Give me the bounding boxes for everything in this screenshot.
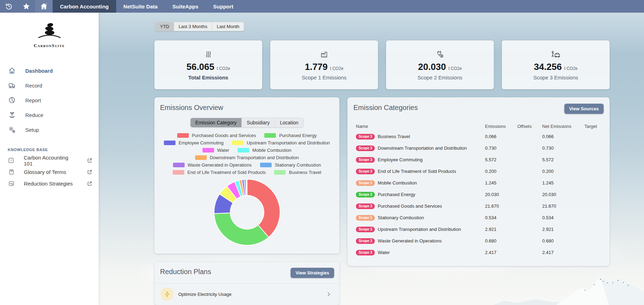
category-name-cell: Scope 3Purchased Goods and Services — [356, 203, 485, 209]
net-emissions-value: 5.572 — [542, 157, 584, 162]
legend-item-stationary-combustion[interactable]: Stationary Combustion — [260, 162, 321, 168]
brand-name: CarbonSuite — [0, 43, 99, 48]
kb-item-carbon-accounting-101[interactable]: ?Carbon Accounting 101 — [0, 155, 99, 166]
emissions-value: 0.200 — [485, 169, 517, 174]
legend-item-employee-commuting[interactable]: Employee Commuting — [164, 140, 224, 145]
reduction-plan-list: Optimize Electricity Usage — [154, 284, 339, 305]
stat-card-row: 56.065t CO2eTotal Emissions1.779t CO2eSc… — [154, 40, 610, 89]
category-name: Business Travel — [378, 134, 410, 139]
period-tab-ytd[interactable]: YTD — [155, 22, 174, 31]
sidebar-item-setup[interactable]: Setup — [0, 122, 99, 137]
donut-slice-purchased-energy — [214, 213, 268, 245]
period-tab-last-month[interactable]: Last Month — [212, 22, 244, 31]
legend-row: Employee CommutingUpstream Transportatio… — [164, 140, 330, 145]
emissions-value: 20.030 — [485, 192, 517, 197]
nav-tab-suiteapps[interactable]: SuiteApps — [165, 0, 206, 13]
scope-badge: Scope 3 — [356, 157, 375, 163]
stat-value-line: 56.065t CO2e — [186, 61, 230, 72]
table-row: Scope 3Waste Generated in Operations0.68… — [347, 235, 610, 247]
kb-item-reduction-strategies[interactable]: Reduction Strategies — [0, 178, 99, 189]
legend-label: Waste Generated in Operations — [188, 162, 252, 168]
table-row: Scope 3Downstream Transportation and Dis… — [347, 142, 610, 154]
legend-label: End of Life Treatment of Sold Products — [187, 170, 266, 175]
factory-icon — [320, 50, 329, 59]
legend-item-end-of-life-treatment-of-sold-products[interactable]: End of Life Treatment of Sold Products — [173, 170, 266, 175]
overview-tab-bar: Emission CategorySubsidiaryLocation — [154, 118, 339, 128]
overview-tab-subsidiary[interactable]: Subsidiary — [241, 118, 274, 127]
category-name-cell: Scope 3Employee Commuting — [356, 157, 485, 163]
overview-tab-emission-category[interactable]: Emission Category — [191, 118, 242, 127]
scope-badge: Scope 3 — [356, 203, 375, 209]
legend-item-downstream-transportation-and-distribution[interactable]: Downstream Transportation and Distributi… — [195, 155, 299, 160]
category-name: Employee Commuting — [378, 157, 423, 162]
sidebar-item-dashboard[interactable]: Dashboard — [0, 63, 99, 78]
legend-item-mobile-combustion[interactable]: Mobile Combustion — [238, 148, 291, 153]
net-emissions-value: 1.245 — [542, 180, 584, 186]
legend-item-purchased-energy[interactable]: Purchased Energy — [264, 133, 317, 138]
external-link-icon — [87, 181, 92, 186]
legend-row: End of Life Treatment of Sold ProductsBu… — [173, 170, 321, 175]
sidebar-item-report[interactable]: Report — [0, 93, 99, 108]
stat-value: 1.779 — [305, 61, 327, 72]
stat-card-scope-1-emissions: 1.779t CO2eScope 1 Emissions — [270, 40, 378, 89]
category-name-cell: Scope 3Waste Generated in Operations — [356, 238, 485, 244]
commute-icon — [551, 50, 561, 59]
emissions-value: 1.245 — [485, 180, 517, 186]
emission-categories-header: Emission Categories View Sources — [347, 104, 610, 114]
reduction-plan-item-optimize-electricity-usage[interactable]: Optimize Electricity Usage — [154, 284, 339, 305]
emissions-overview-card: Emissions Overview Emission CategorySubs… — [154, 97, 339, 254]
scope-badge: Scope 1 — [356, 180, 375, 186]
sidebar-item-record[interactable]: Record — [0, 78, 99, 93]
legend-row: Downstream Transportation and Distributi… — [195, 155, 299, 160]
recent-icon[interactable] — [0, 0, 18, 13]
legend-swatch — [195, 155, 207, 160]
chart-legend: Purchased Goods and ServicesPurchased En… — [154, 133, 339, 175]
left-column: Emissions Overview Emission CategorySubs… — [154, 97, 339, 305]
home-icon[interactable] — [35, 0, 53, 13]
table-row: Scope 3Water2.4172.417 — [347, 247, 610, 258]
nav-tab-netsuite-data[interactable]: NetSuite Data — [116, 0, 165, 13]
legend-item-upstream-transportation-and-distribution[interactable]: Upstream Transportation and Distribution — [232, 140, 330, 145]
legend-item-purchased-goods-and-services[interactable]: Purchased Goods and Services — [177, 133, 256, 138]
category-name: Water — [378, 250, 390, 255]
column-header-offsets: Offsets — [517, 124, 542, 129]
legend-item-water[interactable]: Water — [203, 148, 229, 153]
main-content: YTDLast 3 MonthsLast Month 56.065t CO2eT… — [99, 13, 644, 305]
net-emissions-value: 20.030 — [542, 192, 584, 197]
sidebar-item-label: Setup — [25, 127, 39, 133]
scope-badge: Scope 1 — [356, 215, 375, 221]
table-row: Scope 1Stationary Combustion0.5340.534 — [347, 212, 610, 223]
legend-item-waste-generated-in-operations[interactable]: Waste Generated in Operations — [173, 162, 252, 168]
stat-unit: t CO2e — [564, 66, 578, 71]
sidebar-item-reduce[interactable]: Reduce — [0, 108, 99, 122]
nav-tab-carbon-accounting[interactable]: Carbon Accounting — [53, 0, 116, 13]
emissions-overview-title: Emissions Overview — [160, 104, 339, 112]
legend-swatch — [173, 163, 185, 167]
external-link-icon — [87, 158, 92, 163]
view-sources-button[interactable]: View Sources — [564, 104, 604, 114]
view-strategies-button[interactable]: View Strategies — [291, 268, 334, 278]
donut-chart-wrap — [154, 178, 339, 247]
category-name-cell: Scope 2Purchased Energy — [356, 192, 485, 197]
emission-categories-title: Emission Categories — [353, 104, 418, 112]
category-name-cell: Scope 1Stationary Combustion — [356, 215, 485, 221]
period-tab-last-3-months[interactable]: Last 3 Months — [174, 22, 212, 31]
sidebar-item-label: Report — [25, 97, 41, 103]
kb-item-glossary-of-terms[interactable]: Glossary of Terms — [0, 166, 99, 178]
stat-label: Total Emissions — [188, 74, 228, 80]
chevron-right-icon — [326, 291, 332, 297]
sidebar: CarbonSuite DashboardRecordReportReduceS… — [0, 13, 99, 305]
legend-item-business-travel[interactable]: Business Travel — [274, 170, 321, 175]
panels-row: Emissions Overview Emission CategorySubs… — [154, 97, 610, 305]
nav-tab-support[interactable]: Support — [206, 0, 241, 13]
net-emissions-value: 2.417 — [542, 250, 584, 255]
kb-item-label: Glossary of Terms — [24, 169, 66, 175]
emissions-value: 2.417 — [485, 250, 517, 255]
overview-tab-location[interactable]: Location — [274, 118, 303, 127]
favorites-icon[interactable] — [18, 0, 35, 13]
net-emissions-value: 2.921 — [542, 227, 584, 232]
sidebar-item-label: Dashboard — [25, 68, 53, 74]
plant-icon — [8, 111, 16, 119]
legend-swatch — [173, 170, 184, 175]
legend-label: Business Travel — [289, 170, 321, 175]
